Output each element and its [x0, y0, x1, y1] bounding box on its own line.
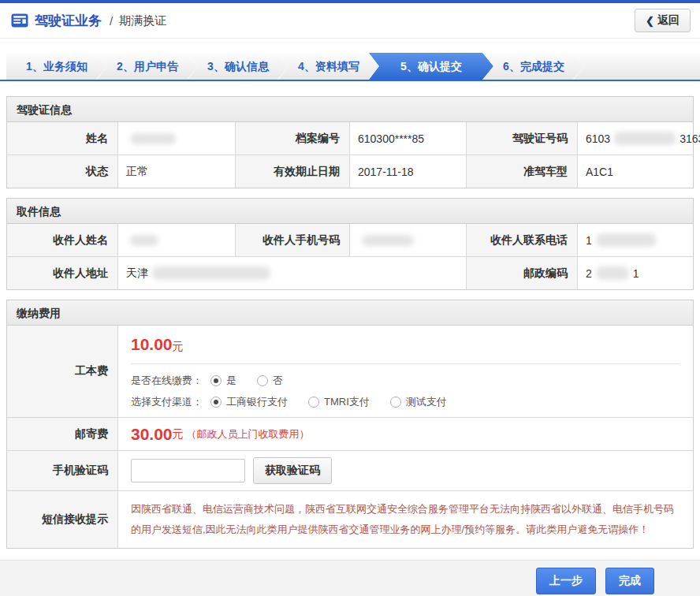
- redacted-mobile: [362, 235, 414, 246]
- sms-notice-row: 短信接收提示 因陕西省联通、电信运营商技术问题，陕西省互联网交通安全综合服务管理…: [7, 490, 693, 548]
- recipient-name-value: [118, 224, 236, 256]
- recipient-mobile-value: [350, 224, 467, 256]
- radio-channel-icbc[interactable]: 工商银行支付: [210, 395, 288, 409]
- expiry-label: 有效期止日期: [236, 155, 350, 188]
- production-fee-detail: 10.00元 是否在线缴费： 是 否 选择支付渠道： 工商银行支付: [118, 326, 693, 417]
- postage-fee-note: （邮政人员上门收取费用）: [187, 427, 310, 441]
- radio-online-yes[interactable]: 是: [210, 374, 236, 388]
- name-value: [118, 122, 236, 155]
- page-subtitle: 期满换证: [119, 13, 166, 28]
- radio-unchecked-icon[interactable]: [390, 397, 401, 408]
- license-info-section: 驾驶证信息 姓名 档案编号 610300****85 驾驶证号码 6103316…: [6, 96, 694, 188]
- redacted-license-number: [614, 132, 676, 145]
- previous-step-button[interactable]: 上一步: [536, 568, 596, 594]
- license-number-label: 驾驶证号码: [467, 122, 578, 155]
- redacted-zip: [596, 266, 629, 280]
- breadcrumb-separator: /: [110, 14, 113, 28]
- pickup-info-title: 取件信息: [7, 199, 693, 224]
- license-number-suffix: 3163X: [680, 132, 700, 145]
- page-header: 驾驶证业务 / 期满换证 ❮ 返回: [0, 3, 700, 39]
- file-number-label: 档案编号: [236, 122, 350, 155]
- production-fee-label: 工本费: [7, 326, 118, 417]
- page-title: 驾驶证业务: [35, 12, 102, 30]
- radio-online-yes-label[interactable]: 是: [226, 374, 236, 388]
- redacted-address: [152, 266, 270, 280]
- radio-channel-tmri[interactable]: TMRI支付: [308, 395, 370, 409]
- radio-unchecked-icon[interactable]: [257, 375, 268, 386]
- recipient-phone-value: 1: [578, 224, 693, 256]
- vehicle-class-value: A1C1: [578, 155, 693, 188]
- tab-step-4[interactable]: 4、资料填写: [278, 53, 379, 80]
- redacted-name: [130, 133, 176, 144]
- tab-step-2[interactable]: 2、用户申告: [97, 53, 198, 80]
- radio-checked-icon[interactable]: [210, 375, 222, 386]
- back-button-label: 返回: [657, 13, 680, 28]
- get-code-button[interactable]: 获取验证码: [253, 457, 332, 484]
- recipient-mobile-label: 收件人手机号码: [236, 224, 350, 256]
- recipient-phone-label: 收件人联系电话: [467, 224, 578, 256]
- payment-channel-row: 选择支付渠道： 工商银行支付 TMRI支付 测试支付: [131, 395, 680, 409]
- table-row: 收件人地址 天津 邮政编码 21: [7, 256, 693, 289]
- status-value: 正常: [118, 155, 236, 188]
- zip-value: 21: [578, 257, 693, 289]
- postage-fee-unit: 元: [173, 427, 184, 441]
- footer-action-bar: 上一步 完成: [0, 560, 700, 596]
- phone-prefix: 1: [586, 234, 592, 247]
- radio-channel-tmri-label[interactable]: TMRI支付: [324, 395, 370, 409]
- radio-channel-test[interactable]: 测试支付: [390, 395, 447, 409]
- license-number-prefix: 6103: [586, 132, 610, 145]
- redacted-phone: [596, 233, 656, 247]
- zip-prefix: 2: [586, 267, 592, 280]
- fees-section: 缴纳费用 工本费 10.00元 是否在线缴费： 是 否 选择支付渠道：: [6, 300, 694, 549]
- radio-online-no-label[interactable]: 否: [273, 374, 283, 388]
- verification-code-row: 手机验证码 获取验证码: [7, 450, 693, 490]
- fee-divider: [131, 363, 680, 364]
- tab-step-5-active[interactable]: 5、确认提交: [369, 53, 493, 80]
- recipient-name-label: 收件人姓名: [7, 224, 118, 256]
- radio-checked-icon[interactable]: [210, 397, 222, 408]
- license-info-title: 驾驶证信息: [7, 97, 693, 122]
- pickup-info-section: 取件信息 收件人姓名 收件人手机号码 收件人联系电话 1 收件人地址 天津 邮政…: [6, 198, 694, 290]
- step-tabs: 1、业务须知 2、用户申告 3、确认信息 4、资料填写 5、确认提交 6、完成提…: [0, 53, 700, 81]
- tab-step-6[interactable]: 6、完成提交: [483, 53, 584, 80]
- production-fee-unit: 元: [173, 340, 184, 352]
- payment-channel-question: 选择支付渠道：: [131, 395, 203, 409]
- chevron-left-icon: ❮: [646, 15, 654, 27]
- zip-label: 邮政编码: [467, 257, 578, 289]
- vehicle-class-label: 准驾车型: [467, 155, 578, 188]
- table-row: 状态 正常 有效期止日期 2017-11-18 准驾车型 A1C1: [7, 155, 693, 188]
- address-label: 收件人地址: [7, 257, 118, 289]
- postage-fee-row: 邮寄费 30.00元 （邮政人员上门收取费用）: [7, 417, 693, 450]
- verification-code-input[interactable]: [131, 459, 245, 482]
- postage-fee-label: 邮寄费: [7, 418, 118, 450]
- expiry-value: 2017-11-18: [350, 155, 467, 188]
- status-label: 状态: [7, 155, 118, 188]
- sms-notice-label: 短信接收提示: [7, 491, 118, 548]
- license-number-value: 61033163X: [578, 122, 700, 155]
- production-fee-amount: 10.00: [131, 335, 173, 353]
- tab-step-1[interactable]: 1、业务须知: [6, 53, 107, 80]
- postage-fee-value: 30.00元 （邮政人员上门收取费用）: [118, 418, 693, 450]
- verification-code-label: 手机验证码: [7, 451, 118, 490]
- breadcrumb: 驾驶证业务 / 期满换证: [11, 12, 166, 30]
- radio-channel-icbc-label[interactable]: 工商银行支付: [226, 395, 288, 409]
- zip-suffix: 1: [633, 267, 639, 280]
- sms-notice-text: 因陕西省联通、电信运营商技术问题，陕西省互联网交通安全综合服务管理平台无法向持陕…: [118, 491, 693, 548]
- online-payment-question-row: 是否在线缴费： 是 否: [131, 374, 680, 388]
- license-card-icon: [11, 13, 28, 28]
- radio-online-no[interactable]: 否: [257, 374, 283, 388]
- tab-step-3[interactable]: 3、确认信息: [188, 53, 289, 80]
- back-button[interactable]: ❮ 返回: [635, 9, 691, 32]
- production-fee-amount-line: 10.00元: [131, 335, 680, 354]
- postage-fee-amount: 30.00: [131, 425, 173, 444]
- table-row: 姓名 档案编号 610300****85 驾驶证号码 61033163X: [7, 122, 693, 155]
- radio-unchecked-icon[interactable]: [308, 397, 319, 408]
- verification-code-controls: 获取验证码: [118, 451, 693, 490]
- redacted-recipient-name: [130, 235, 158, 246]
- address-prefix: 天津: [126, 266, 148, 281]
- radio-channel-test-label[interactable]: 测试支付: [406, 395, 447, 409]
- finish-button[interactable]: 完成: [605, 568, 654, 594]
- address-value: 天津: [118, 257, 467, 289]
- file-number-value: 610300****85: [350, 122, 467, 155]
- tab-bar-filler: [574, 53, 700, 80]
